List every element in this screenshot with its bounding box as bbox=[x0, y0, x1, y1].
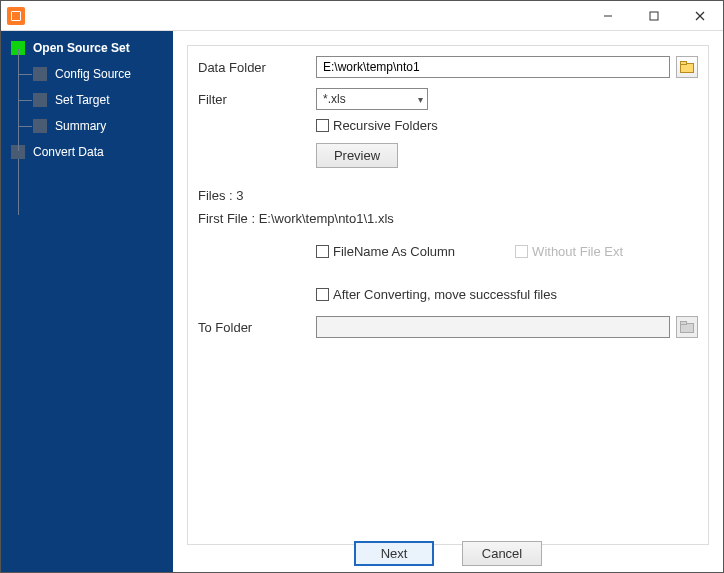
sidebar-item-open-source-set[interactable]: Open Source Set bbox=[11, 41, 167, 55]
close-button[interactable] bbox=[677, 1, 723, 30]
content-panel: Data Folder Filter *.xls ▾ Recursive Fol… bbox=[173, 31, 723, 572]
filter-combo[interactable]: *.xls ▾ bbox=[316, 88, 428, 110]
sidebar-label: Set Target bbox=[55, 93, 109, 107]
sidebar-item-convert-data[interactable]: Convert Data bbox=[11, 145, 167, 159]
filename-as-column-checkbox[interactable]: FileName As Column bbox=[316, 244, 455, 259]
filter-value: *.xls bbox=[323, 92, 346, 106]
app-icon bbox=[7, 7, 25, 25]
sidebar-item-summary[interactable]: Summary bbox=[33, 119, 167, 133]
without-ext-label: Without File Ext bbox=[532, 244, 623, 259]
chevron-down-icon: ▾ bbox=[418, 94, 423, 105]
recursive-folders-checkbox[interactable]: Recursive Folders bbox=[316, 118, 438, 133]
node-icon bbox=[33, 67, 47, 81]
minimize-button[interactable] bbox=[585, 1, 631, 30]
recursive-label: Recursive Folders bbox=[333, 118, 438, 133]
to-folder-label: To Folder bbox=[198, 320, 316, 335]
after-converting-label: After Converting, move successful files bbox=[333, 287, 557, 302]
data-folder-input[interactable] bbox=[316, 56, 670, 78]
sidebar-label: Convert Data bbox=[33, 145, 104, 159]
sidebar-label: Open Source Set bbox=[33, 41, 130, 55]
maximize-button[interactable] bbox=[631, 1, 677, 30]
checkbox-icon bbox=[316, 288, 329, 301]
sidebar-item-config-source[interactable]: Config Source bbox=[33, 67, 167, 81]
to-folder-input bbox=[316, 316, 670, 338]
titlebar bbox=[1, 1, 723, 31]
node-icon bbox=[11, 145, 25, 159]
sidebar-label: Summary bbox=[55, 119, 106, 133]
cancel-button[interactable]: Cancel bbox=[462, 541, 542, 566]
checkbox-icon bbox=[316, 119, 329, 132]
sidebar-label: Config Source bbox=[55, 67, 131, 81]
svg-rect-5 bbox=[681, 62, 687, 65]
node-icon bbox=[33, 93, 47, 107]
sidebar-item-set-target[interactable]: Set Target bbox=[33, 93, 167, 107]
checkbox-icon bbox=[316, 245, 329, 258]
filename-as-column-label: FileName As Column bbox=[333, 244, 455, 259]
node-icon bbox=[33, 119, 47, 133]
files-count-label: Files : 3 bbox=[198, 188, 698, 203]
data-folder-label: Data Folder bbox=[198, 60, 316, 75]
filter-label: Filter bbox=[198, 92, 316, 107]
first-file-label: First File : E:\work\temp\nto1\1.xls bbox=[198, 211, 698, 226]
browse-folder-button[interactable] bbox=[676, 56, 698, 78]
svg-rect-1 bbox=[650, 12, 658, 20]
browse-to-folder-button bbox=[676, 316, 698, 338]
without-file-ext-checkbox: Without File Ext bbox=[515, 244, 623, 259]
preview-button[interactable]: Preview bbox=[316, 143, 398, 168]
after-converting-checkbox[interactable]: After Converting, move successful files bbox=[316, 287, 557, 302]
next-button[interactable]: Next bbox=[354, 541, 434, 566]
checkbox-icon bbox=[515, 245, 528, 258]
sidebar: Open Source Set Config Source Set Target bbox=[1, 31, 173, 572]
svg-rect-7 bbox=[681, 322, 687, 325]
